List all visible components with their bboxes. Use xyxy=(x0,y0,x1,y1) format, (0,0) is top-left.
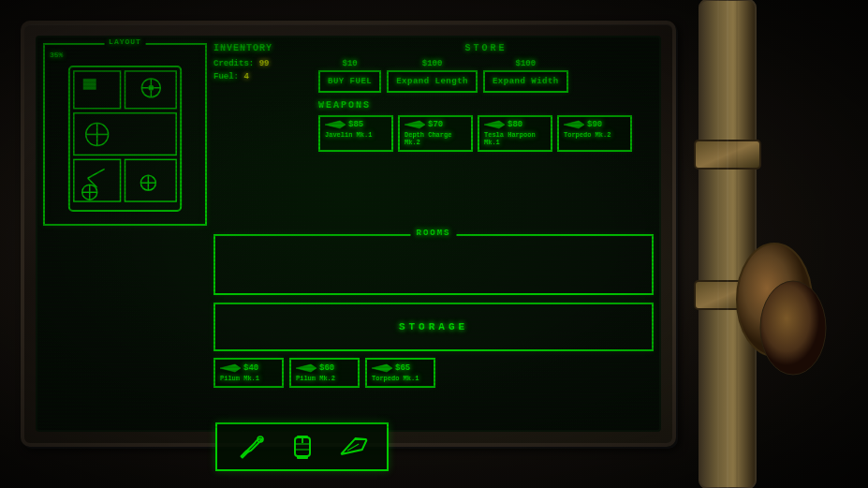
toolbar-wrench[interactable] xyxy=(234,430,268,464)
torpedo-mk1-icon xyxy=(372,363,392,373)
fuel-value: 4 xyxy=(243,72,248,81)
storage-pilum-mk1[interactable]: $40 Pilum Mk.1 xyxy=(213,358,284,388)
store-panel: STORE $10 BUY FUEL $100 Expand Length $1… xyxy=(318,43,654,152)
svg-rect-1 xyxy=(74,71,121,109)
weapons-grid: $85 Javelin Mk.1 $70 Depth ChargeMk.2 xyxy=(318,115,654,152)
tesla-harpoon-price: $80 xyxy=(508,120,522,129)
monitor-screen: LAYOUT 35% xyxy=(36,36,661,432)
credits-value: 99 xyxy=(259,59,270,68)
svg-rect-5 xyxy=(125,159,177,201)
inventory-panel: INVENTORY Credits: 99 Fuel: 4 xyxy=(213,43,312,84)
torpedo-mk1-name: Torpedo Mk.1 xyxy=(372,375,429,382)
expand-width-button[interactable]: Expand Width xyxy=(483,70,568,93)
svg-marker-26 xyxy=(405,121,425,128)
buy-fuel-button[interactable]: BUY FUEL xyxy=(318,70,381,93)
depth-charge-price: $70 xyxy=(428,120,443,129)
weapon-torpedo-mk2[interactable]: $90 Torpedo Mk.2 xyxy=(557,115,632,152)
monitor-frame: LAYOUT 35% xyxy=(21,21,676,447)
depth-charge-icon xyxy=(405,120,425,129)
svg-marker-28 xyxy=(564,121,584,128)
svg-marker-30 xyxy=(296,364,316,372)
pilum-mk1-icon xyxy=(220,363,241,373)
expand-length-price: $100 xyxy=(422,59,443,68)
weapon-icon xyxy=(336,431,372,462)
expand-width-group: $100 Expand Width xyxy=(483,59,568,93)
svg-rect-38 xyxy=(297,456,308,459)
storage-label: STORAGE xyxy=(399,321,468,333)
tesla-harpoon-icon xyxy=(484,120,505,129)
svg-point-11 xyxy=(148,85,154,91)
expand-length-button[interactable]: Expand Length xyxy=(387,70,478,93)
weapon-depth-charge-mk2[interactable]: $70 Depth ChargeMk.2 xyxy=(398,115,473,152)
expand-width-price: $100 xyxy=(516,59,537,68)
weapon-tesla-harpoon-mk1[interactable]: $80 Tesla HarpoonMk.1 xyxy=(478,115,552,152)
torpedo-mk2-store-icon xyxy=(564,120,584,129)
toolbar-weapon[interactable] xyxy=(337,430,371,464)
layout-percent: 35% xyxy=(50,51,63,59)
fuel-label: Fuel: xyxy=(213,72,239,81)
layout-panel: LAYOUT 35% xyxy=(43,43,207,226)
weapon-javelin-mk1[interactable]: $85 Javelin Mk.1 xyxy=(318,115,393,152)
storage-items-row: $40 Pilum Mk.1 $60 Pilum Mk.2 xyxy=(213,358,654,388)
svg-marker-25 xyxy=(325,121,346,128)
rooms-panel: ROOMS xyxy=(213,234,654,295)
pilum-mk2-price: $60 xyxy=(319,363,334,373)
svg-rect-32 xyxy=(240,450,249,459)
depth-charge-name: Depth ChargeMk.2 xyxy=(405,131,466,147)
credits-label: Credits: xyxy=(213,59,254,68)
svg-line-16 xyxy=(88,169,105,178)
svg-point-46 xyxy=(760,281,826,375)
pipe-svg xyxy=(625,0,868,488)
ship-diagram xyxy=(45,45,205,224)
buy-fuel-price: $10 xyxy=(343,59,358,68)
tesla-harpoon-name: Tesla HarpoonMk.1 xyxy=(484,131,546,147)
inventory-title: INVENTORY xyxy=(213,43,312,53)
right-pipe-decoration xyxy=(625,0,868,488)
svg-rect-9 xyxy=(83,79,96,90)
lantern-icon xyxy=(289,432,316,462)
pilum-mk2-name: Pilum Mk.2 xyxy=(296,375,353,382)
javelin-price: $85 xyxy=(348,120,363,129)
inventory-credits: Credits: 99 xyxy=(213,57,312,70)
rooms-label: ROOMS xyxy=(410,229,456,238)
buy-fuel-group: $10 BUY FUEL xyxy=(318,59,381,93)
pilum-mk2-icon xyxy=(296,363,316,373)
toolbar-lantern[interactable] xyxy=(286,430,319,464)
store-buttons-row: $10 BUY FUEL $100 Expand Length $100 Exp… xyxy=(318,59,654,93)
inventory-fuel: Fuel: 4 xyxy=(213,70,312,83)
torpedo-mk2-price: $90 xyxy=(587,120,602,129)
wrench-icon xyxy=(236,432,266,462)
game-screen: LAYOUT 35% xyxy=(0,0,868,488)
torpedo-mk1-price: $65 xyxy=(395,363,410,373)
svg-marker-29 xyxy=(220,364,241,372)
storage-panel: STORAGE xyxy=(213,303,654,351)
bottom-toolbar xyxy=(215,422,389,471)
storage-torpedo-mk1[interactable]: $65 Torpedo Mk.1 xyxy=(365,358,435,388)
pilum-mk1-name: Pilum Mk.1 xyxy=(220,375,277,382)
javelin-name: Javelin Mk.1 xyxy=(325,131,387,139)
expand-length-group: $100 Expand Length xyxy=(387,59,478,93)
storage-pilum-mk2[interactable]: $60 Pilum Mk.2 xyxy=(289,358,360,388)
torpedo-mk2-name: Torpedo Mk.2 xyxy=(564,131,625,139)
weapons-title: WEAPONS xyxy=(318,100,654,111)
javelin-icon xyxy=(325,120,346,129)
layout-label: LAYOUT xyxy=(104,37,146,46)
pilum-mk1-price: $40 xyxy=(243,363,258,373)
store-title: STORE xyxy=(318,43,654,53)
svg-marker-31 xyxy=(372,364,392,372)
svg-marker-27 xyxy=(484,121,505,128)
